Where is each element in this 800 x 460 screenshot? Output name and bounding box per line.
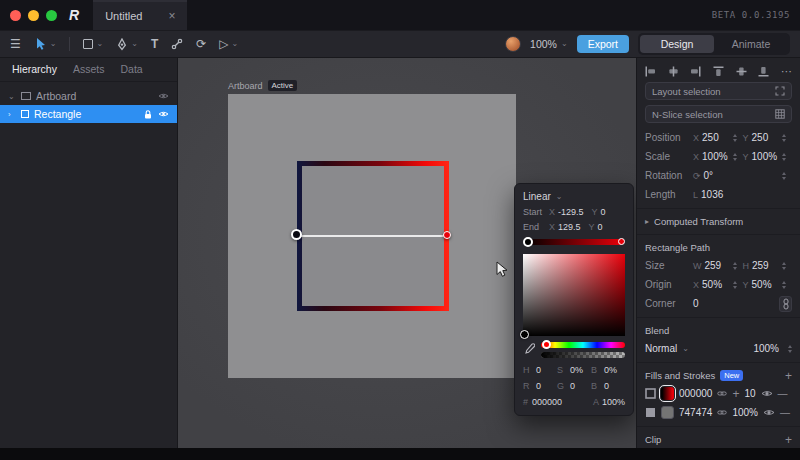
rotation-field[interactable]: 0° (704, 170, 714, 181)
fill-color-swatch[interactable] (661, 406, 674, 419)
link-icon[interactable] (717, 390, 727, 397)
add-clip-icon[interactable]: + (785, 434, 792, 446)
add-fill-icon[interactable]: + (785, 370, 792, 382)
align-bottom-icon[interactable] (758, 66, 769, 77)
pen-tool[interactable]: ⌄ (116, 38, 138, 51)
export-button[interactable]: Export (577, 35, 629, 53)
text-tool[interactable]: T (151, 37, 158, 51)
stepper[interactable] (733, 153, 737, 161)
tree-row-artboard[interactable]: ⌄ Artboard (0, 87, 177, 105)
fill-hex-field[interactable]: 747474 (679, 407, 712, 418)
align-left-icon[interactable] (645, 66, 656, 77)
collapse-icon[interactable]: ▸ (645, 217, 649, 226)
eyedropper-icon[interactable] (523, 342, 535, 358)
gradient-start-handle[interactable] (291, 229, 302, 240)
user-avatar[interactable] (505, 36, 521, 52)
stepper[interactable] (782, 134, 786, 142)
gradient-stops-bar[interactable] (525, 239, 623, 245)
rotate-tool-icon[interactable]: ⟳ (196, 38, 206, 50)
zoom-window-button[interactable] (46, 10, 57, 21)
stepper[interactable] (782, 172, 786, 180)
app-logo[interactable]: R (69, 7, 79, 23)
stroke-type-icon[interactable] (645, 388, 656, 399)
hue-handle[interactable] (542, 340, 551, 349)
align-center-h-icon[interactable] (668, 66, 679, 77)
stepper[interactable] (782, 281, 786, 289)
plus-icon[interactable]: + (732, 388, 739, 400)
tab-hierarchy[interactable]: Hierarchy (12, 63, 57, 75)
artboard-header[interactable]: Artboard Active (228, 80, 297, 91)
layout-selection-button[interactable]: Layout selection (645, 82, 792, 100)
design-canvas[interactable]: Artboard Active Linear ⌄ Start (178, 58, 636, 448)
corner-link-button[interactable] (779, 296, 792, 312)
more-options-icon[interactable]: ⋯ (781, 65, 792, 78)
scale-x-field[interactable]: 100% (702, 151, 728, 162)
tab-assets[interactable]: Assets (73, 63, 105, 75)
s-field[interactable]: 0% (570, 365, 583, 375)
document-tab[interactable]: Untitled × (93, 0, 187, 30)
bone-tool[interactable] (171, 38, 183, 50)
blend-opacity-field[interactable]: 100% (753, 343, 779, 354)
stroke-row[interactable]: 000000 + 10 — (645, 384, 792, 403)
chevron-down-icon[interactable]: ⌄ (232, 40, 239, 48)
lock-icon[interactable] (143, 109, 153, 120)
start-y-field[interactable]: 0 (601, 207, 606, 217)
tab-data[interactable]: Data (120, 63, 142, 75)
align-middle-icon[interactable] (736, 66, 747, 77)
r-field[interactable]: 0 (536, 381, 541, 391)
tab-design[interactable]: Design (640, 35, 714, 53)
size-h-field[interactable]: 259 (752, 260, 769, 271)
nslice-selection-button[interactable]: N-Slice selection (645, 105, 792, 123)
corner-field[interactable]: 0 (693, 298, 699, 309)
stroke-color-swatch[interactable] (661, 387, 674, 400)
end-x-field[interactable]: 129.5 (558, 222, 581, 232)
stroke-width-field[interactable]: 10 (744, 388, 755, 399)
play-tool[interactable]: ▷ ⌄ (219, 38, 238, 50)
length-field[interactable]: 1036 (701, 189, 723, 200)
stepper[interactable] (782, 262, 786, 270)
gradient-end-handle[interactable] (443, 231, 451, 239)
visibility-eye-icon[interactable] (763, 408, 775, 417)
g-field[interactable]: 0 (570, 381, 575, 391)
close-tab-icon[interactable]: × (168, 9, 175, 23)
gradient-stop-end[interactable] (618, 238, 625, 245)
stepper[interactable] (788, 345, 792, 353)
end-y-field[interactable]: 0 (598, 222, 603, 232)
hue-slider[interactable] (541, 342, 625, 348)
gradient-type-dropdown[interactable]: Linear ⌄ (523, 191, 625, 202)
chevron-down-icon[interactable]: ⌄ (8, 92, 16, 101)
fill-row[interactable]: 747474 100% — (645, 403, 792, 422)
sv-handle[interactable] (520, 330, 529, 339)
stepper[interactable] (733, 281, 737, 289)
size-w-field[interactable]: 259 (705, 260, 722, 271)
stepper[interactable] (782, 153, 786, 161)
chevron-right-icon[interactable]: › (8, 110, 16, 119)
tree-row-rectangle[interactable]: › Rectangle (0, 105, 177, 123)
minimize-window-button[interactable] (28, 10, 39, 21)
stroke-hex-field[interactable]: 000000 (679, 388, 712, 399)
hex-field[interactable]: 000000 (532, 397, 562, 407)
start-x-field[interactable]: -129.5 (558, 207, 584, 217)
origin-y-field[interactable]: 50% (752, 279, 772, 290)
link-icon[interactable] (717, 409, 727, 416)
position-x-field[interactable]: 250 (702, 132, 719, 143)
artboard-name-label[interactable]: Artboard (228, 81, 263, 91)
select-tool[interactable]: ⌄ (34, 37, 57, 51)
saturation-brightness-area[interactable] (523, 254, 625, 336)
chevron-down-icon[interactable]: ⌄ (50, 40, 57, 48)
visibility-eye-icon[interactable] (158, 92, 169, 100)
computed-transform-row[interactable]: ▸ Computed Transform (645, 213, 792, 230)
remove-icon[interactable]: — (780, 407, 790, 418)
position-y-field[interactable]: 250 (752, 132, 769, 143)
b-field[interactable]: 0 (604, 381, 609, 391)
fill-opacity-field[interactable]: 100% (732, 407, 758, 418)
tab-animate[interactable]: Animate (714, 35, 788, 53)
stepper[interactable] (733, 134, 737, 142)
alpha-slider[interactable] (541, 352, 625, 358)
chevron-down-icon[interactable]: ⌄ (131, 40, 138, 48)
visibility-eye-icon[interactable] (761, 389, 773, 398)
gradient-stop-start[interactable] (523, 237, 533, 247)
stepper[interactable] (733, 262, 737, 270)
scale-y-field[interactable]: 100% (752, 151, 778, 162)
h-field[interactable]: 0 (536, 365, 541, 375)
